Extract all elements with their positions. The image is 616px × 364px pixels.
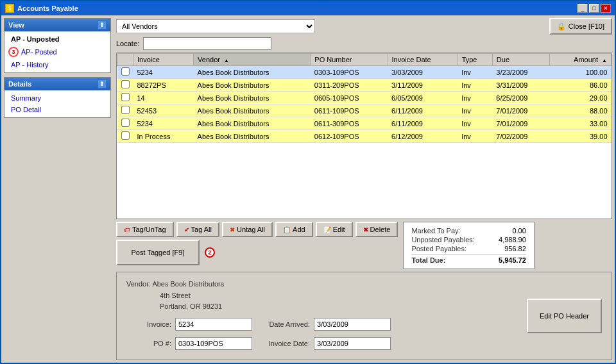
locate-input[interactable] [143,37,271,50]
tag-all-label: Tag All [191,226,212,233]
col-type[interactable]: Type [458,54,492,66]
tag-all-button[interactable]: ✔ Tag All [176,222,219,237]
cell-invoice: 14 [133,92,194,104]
invoice-table-body: 5234Abes Book Distributors0303-109POS3/0… [117,66,612,143]
untag-all-button[interactable]: ✖ Untag All [222,222,273,237]
col-invoice[interactable]: Invoice [133,54,194,66]
edit-button[interactable]: 📝 Edit [316,222,353,237]
row-checkbox[interactable] [121,80,130,88]
cell-amount: 100.00 [550,66,612,79]
table-row[interactable]: 5234Abes Book Distributors0611-309POS6/1… [117,117,612,130]
buttons-and-totals: 🏷 Tag/UnTag ✔ Tag All ✖ Untag All 📋 [116,222,612,269]
delete-button[interactable]: ✖ Delete [355,222,398,237]
vendor-select[interactable]: All Vendors [116,19,315,33]
sidebar-item-ap-unposted[interactable]: AP - Unposted [4,33,110,45]
row-checkbox[interactable] [121,67,130,76]
cell-invoice: 5234 [133,117,194,130]
totals-panel: Marked To Pay: 0.00 Unposted Payables: 4… [403,222,534,269]
cell-amount: 29.00 [550,92,612,104]
detail-items: Summary PO Detail [4,90,110,117]
tag-untag-label: Tag/UnTag [132,226,166,233]
table-row[interactable]: 52453Abes Book Distributors0611-109POS6/… [117,104,612,117]
cell-invoice: 52453 [133,104,194,117]
maximize-button[interactable]: □ [589,4,599,13]
details-section: Details ⬆ Summary PO Detail [4,77,111,118]
col-vendor[interactable]: Vendor ▲ [194,54,311,66]
close-icon: 🔒 [557,22,566,31]
cell-invoice_date: 3/03/2009 [388,66,458,79]
post-tagged-row: Post Tagged [F9] 2 [116,240,398,265]
row-checkbox[interactable] [121,106,130,114]
cell-due: 6/25/2009 [492,92,550,104]
sidebar-item-ap-posted[interactable]: AP- Posted [21,48,57,56]
col-invoice-date[interactable]: Invoice Date [388,54,458,66]
details-collapse-btn[interactable]: ⬆ [98,79,107,88]
title-bar: $ Accounts Payable _ □ ✕ [1,1,615,15]
edit-po-header-button[interactable]: Edit PO Header [527,299,602,333]
sidebar-item-po-detail[interactable]: PO Detail [4,104,110,115]
cell-type: Inv [458,66,492,79]
cell-po_number: 0611-309POS [311,117,388,130]
sidebar-item-ap-posted-row[interactable]: 3 AP- Posted [4,45,110,59]
cell-amount: 86.00 [550,79,612,92]
cell-amount: 33.00 [550,117,612,130]
total-due-value: 5,945.72 [488,256,526,264]
invoice-table-container: Invoice Vendor ▲ PO Number Invoice Date … [116,53,612,219]
date-arrived-label: Date Arrived: [265,320,310,328]
cell-amount: 88.00 [550,104,612,117]
close-f10-button[interactable]: 🔒 Close [F10] [549,18,612,35]
table-header-row: Invoice Vendor ▲ PO Number Invoice Date … [117,54,612,66]
sidebar-item-summary[interactable]: Summary [4,92,110,104]
table-row[interactable]: 14Abes Book Distributors0605-109POS6/05/… [117,92,612,104]
col-due[interactable]: Due [492,54,550,66]
cell-po_number: 0303-109POS [311,66,388,79]
tag-icon: 🏷 [124,226,130,233]
cell-due: 7/02/2009 [492,130,550,143]
post-tagged-button[interactable]: Post Tagged [F9] [116,240,200,265]
col-amount[interactable]: Amount ▲ [550,54,612,66]
cell-due: 3/31/2009 [492,79,550,92]
add-button[interactable]: 📋 Add [275,222,313,237]
view-section-header: View ⬆ [4,19,110,31]
main-window: $ Accounts Payable _ □ ✕ View ⬆ AP - Unp… [0,0,616,364]
unposted-payables-row: Unposted Payables: 4,988.90 [411,235,526,244]
cell-po_number: 0612-109POS [311,130,388,143]
table-row[interactable]: 5234Abes Book Distributors0303-109POS3/0… [117,66,612,79]
cell-vendor: Abes Book Distributors [194,117,311,130]
vendor-detail-name: Abes Book Distributors [152,280,224,288]
tagall-icon: ✔ [184,226,189,233]
add-icon: 📋 [283,226,291,233]
row-checkbox[interactable] [121,119,130,127]
po-detail-label: PO #: [126,340,171,347]
cell-due: 7/01/2009 [492,117,550,130]
edit-icon: 📝 [323,226,331,233]
marked-to-pay-value: 0.00 [488,227,526,235]
tag-untag-button[interactable]: 🏷 Tag/UnTag [116,222,174,237]
row-checkbox[interactable] [121,93,130,101]
col-po-number[interactable]: PO Number [311,54,388,66]
invoice-date-input[interactable] [314,337,391,350]
invoice-date-label: Invoice Date: [265,340,310,347]
untagall-icon: ✖ [230,226,235,233]
cell-po_number: 0311-209POS [311,79,388,92]
invoice-date-row: Invoice Date: [265,337,391,350]
table-row[interactable]: In ProcessAbes Book Distributors0612-109… [117,130,612,143]
row-checkbox[interactable] [121,131,130,140]
view-label: View [8,21,24,29]
date-arrived-input[interactable] [314,318,391,331]
detail-inputs-row: Invoice: PO #: Date Arrived: [126,318,514,353]
invoice-table: Invoice Vendor ▲ PO Number Invoice Date … [117,53,612,143]
title-bar-left: $ Accounts Payable [5,4,78,13]
window-close-button[interactable]: ✕ [601,4,611,13]
buttons-col: 🏷 Tag/UnTag ✔ Tag All ✖ Untag All 📋 [116,222,398,269]
sidebar-item-ap-history[interactable]: AP - History [4,59,110,70]
cell-invoice_date: 3/11/2009 [388,79,458,92]
view-collapse-btn[interactable]: ⬆ [98,21,107,29]
po-detail-input[interactable] [175,337,252,350]
cell-vendor: Abes Book Distributors [194,130,311,143]
main-content: View ⬆ AP - Unposted 3 AP- Posted AP - H… [1,15,615,363]
minimize-button[interactable]: _ [578,4,588,13]
vendor-addr1: 4th Street [160,292,191,299]
table-row[interactable]: 88272PSAbes Book Distributors0311-209POS… [117,79,612,92]
invoice-detail-input[interactable] [175,318,252,331]
